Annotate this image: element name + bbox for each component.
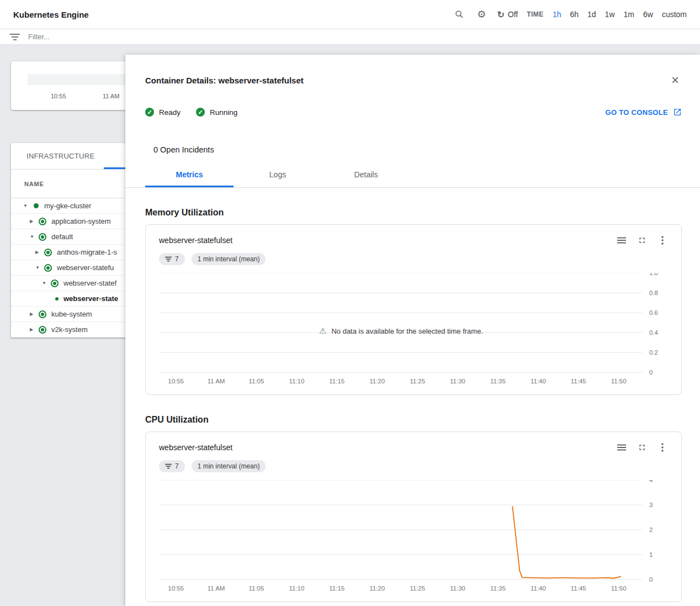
go-to-console-label: GO TO CONSOLE <box>606 108 668 117</box>
memory-chart-canvas[interactable]: 00.20.40.60.81.010:5511 AM11:0511:1011:1… <box>159 273 668 387</box>
app-title: Kubernetes Engine <box>13 10 89 19</box>
status-ok-icon <box>39 326 46 334</box>
container-details-panel: Container Details: webserver-statefulset… <box>125 55 700 606</box>
svg-text:0: 0 <box>649 369 653 376</box>
tab-infrastructure[interactable]: INFRASTRUCTURE <box>26 152 94 160</box>
cpu-chart-canvas[interactable]: 0123410:5511 AM11:0511:1011:1511:2011:25… <box>159 480 668 594</box>
cpu-utilization-heading: CPU Utilization <box>145 415 682 425</box>
tab-metrics[interactable]: Metrics <box>145 162 234 187</box>
more-options-kebab-icon[interactable] <box>657 235 668 246</box>
filter-count-chip[interactable]: 7 <box>159 460 185 472</box>
legend-list-icon[interactable] <box>616 235 627 246</box>
svg-text:11:45: 11:45 <box>571 585 586 592</box>
svg-text:11:35: 11:35 <box>490 378 506 384</box>
collapse-arrow-icon[interactable] <box>30 234 39 239</box>
time-range-1d[interactable]: 1d <box>587 10 596 19</box>
tree-item-label: v2k-system <box>51 325 88 334</box>
status-ready: Ready <box>145 108 181 117</box>
search-icon[interactable] <box>453 8 466 21</box>
no-data-message: No data is available for the selected ti… <box>159 326 643 336</box>
refresh-icon <box>497 9 504 20</box>
svg-text:0: 0 <box>649 576 653 583</box>
svg-text:11:40: 11:40 <box>531 378 546 384</box>
svg-text:2: 2 <box>649 526 653 533</box>
check-circle-icon <box>196 108 205 117</box>
check-circle-icon <box>145 108 154 117</box>
svg-text:11:10: 11:10 <box>289 585 304 592</box>
svg-text:11:30: 11:30 <box>450 378 465 384</box>
svg-text:11:20: 11:20 <box>369 585 385 592</box>
tree-item-label: webserver-statefu <box>57 264 114 272</box>
status-row: Ready Running GO TO CONSOLE <box>145 108 682 117</box>
fullscreen-icon[interactable] <box>637 442 648 453</box>
open-incidents-label[interactable]: 0 Open Incidents <box>153 145 682 154</box>
expand-arrow-icon[interactable] <box>30 312 39 317</box>
settings-gear-icon[interactable] <box>475 8 488 21</box>
tree-item-label: webserver-statef <box>63 279 116 287</box>
svg-text:11:25: 11:25 <box>410 378 425 384</box>
expand-arrow-icon[interactable] <box>35 250 44 255</box>
svg-text:0.6: 0.6 <box>649 309 658 316</box>
status-label: Running <box>210 108 237 117</box>
svg-text:0.2: 0.2 <box>649 349 658 356</box>
mini-chart-tick: 10:55 <box>51 93 66 99</box>
status-ok-icon <box>44 249 52 256</box>
svg-text:11:45: 11:45 <box>571 378 586 384</box>
time-range-custom[interactable]: custom <box>662 10 687 19</box>
tree-item-label: application-system <box>51 217 111 225</box>
status-dot-icon <box>34 203 39 208</box>
status-ok-icon <box>39 310 46 318</box>
mini-chart-tick: 11 AM <box>103 93 119 99</box>
svg-text:11 AM: 11 AM <box>208 585 225 592</box>
time-range-6h[interactable]: 6h <box>570 10 579 19</box>
time-range-1h[interactable]: 1h <box>553 10 561 19</box>
svg-text:10:55: 10:55 <box>168 585 184 592</box>
close-icon[interactable] <box>669 73 682 87</box>
tab-logs[interactable]: Logs <box>234 162 322 187</box>
svg-text:11:40: 11:40 <box>531 585 546 592</box>
memory-utilization-heading: Memory Utilization <box>145 208 682 218</box>
filter-bar <box>0 29 700 45</box>
funnel-icon <box>165 463 172 469</box>
legend-list-icon[interactable] <box>616 442 627 453</box>
collapse-arrow-icon[interactable] <box>42 281 51 286</box>
expand-arrow-icon[interactable] <box>30 219 39 224</box>
time-range-1m[interactable]: 1m <box>624 10 634 19</box>
svg-text:11:05: 11:05 <box>248 585 264 592</box>
open-in-new-icon <box>673 108 682 117</box>
status-label: Ready <box>159 108 181 117</box>
time-range-6w[interactable]: 6w <box>643 10 653 19</box>
svg-text:11:30: 11:30 <box>450 585 465 592</box>
expand-arrow-icon[interactable] <box>30 327 39 332</box>
svg-text:11:05: 11:05 <box>248 378 264 384</box>
svg-text:11:10: 11:10 <box>289 378 304 384</box>
filter-count-chip[interactable]: 7 <box>159 253 185 265</box>
status-ok-icon <box>51 280 59 287</box>
cpu-chart-card: webserver-statefulset 7 <box>145 431 682 602</box>
svg-text:11 AM: 11 AM <box>208 378 225 384</box>
go-to-console-link[interactable]: GO TO CONSOLE <box>606 108 682 117</box>
collapse-arrow-icon[interactable] <box>35 265 44 270</box>
interval-chip[interactable]: 1 min interval (mean) <box>192 460 266 472</box>
svg-text:11:50: 11:50 <box>611 585 627 592</box>
tab-details[interactable]: Details <box>322 162 410 187</box>
time-label: TIME <box>527 10 544 18</box>
svg-text:1: 1 <box>649 551 653 558</box>
interval-chip[interactable]: 1 min interval (mean) <box>192 253 266 265</box>
svg-text:11:25: 11:25 <box>410 585 425 592</box>
filter-input[interactable] <box>28 33 692 41</box>
status-ok-icon <box>39 233 46 241</box>
funnel-icon <box>165 256 172 262</box>
time-range-1w[interactable]: 1w <box>605 10 615 19</box>
collapse-arrow-icon[interactable] <box>23 203 32 208</box>
more-options-kebab-icon[interactable] <box>657 442 668 453</box>
status-ok-icon <box>44 264 52 272</box>
svg-text:4: 4 <box>649 480 653 483</box>
auto-refresh-toggle[interactable]: Off <box>497 9 518 20</box>
panel-title: Container Details: webserver-statefulset <box>145 76 304 85</box>
svg-text:10:55: 10:55 <box>168 378 184 384</box>
tree-item-label: default <box>51 233 73 241</box>
status-running: Running <box>196 108 237 117</box>
memory-chart-card: webserver-statefulset 7 <box>145 224 682 395</box>
fullscreen-icon[interactable] <box>637 235 648 246</box>
